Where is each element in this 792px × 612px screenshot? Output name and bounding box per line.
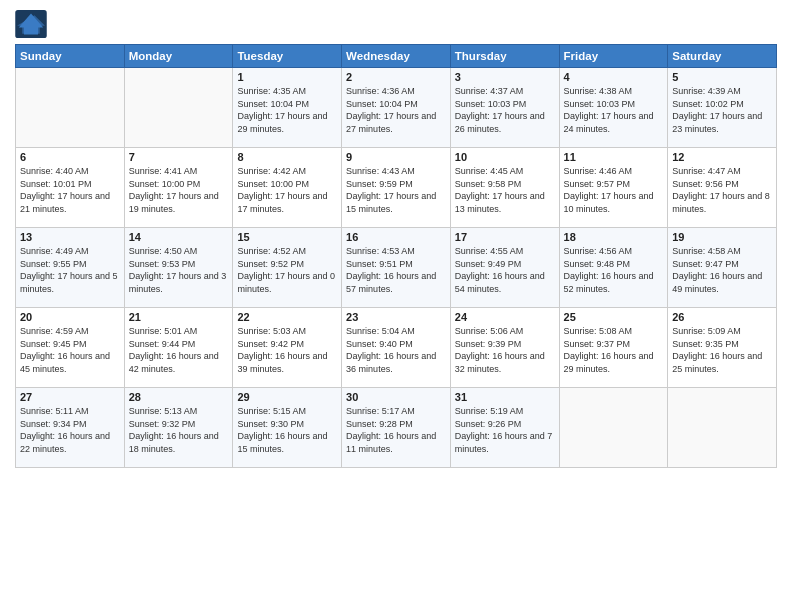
day-number: 29 — [237, 391, 337, 403]
week-row-4: 20Sunrise: 4:59 AM Sunset: 9:45 PM Dayli… — [16, 308, 777, 388]
day-number: 21 — [129, 311, 229, 323]
day-info: Sunrise: 5:04 AM Sunset: 9:40 PM Dayligh… — [346, 325, 446, 375]
day-cell: 19Sunrise: 4:58 AM Sunset: 9:47 PM Dayli… — [668, 228, 777, 308]
day-cell: 28Sunrise: 5:13 AM Sunset: 9:32 PM Dayli… — [124, 388, 233, 468]
day-number: 23 — [346, 311, 446, 323]
day-number: 30 — [346, 391, 446, 403]
day-info: Sunrise: 5:13 AM Sunset: 9:32 PM Dayligh… — [129, 405, 229, 455]
day-info: Sunrise: 4:59 AM Sunset: 9:45 PM Dayligh… — [20, 325, 120, 375]
day-cell: 1Sunrise: 4:35 AM Sunset: 10:04 PM Dayli… — [233, 68, 342, 148]
day-cell: 4Sunrise: 4:38 AM Sunset: 10:03 PM Dayli… — [559, 68, 668, 148]
day-info: Sunrise: 4:56 AM Sunset: 9:48 PM Dayligh… — [564, 245, 664, 295]
day-cell: 26Sunrise: 5:09 AM Sunset: 9:35 PM Dayli… — [668, 308, 777, 388]
week-row-3: 13Sunrise: 4:49 AM Sunset: 9:55 PM Dayli… — [16, 228, 777, 308]
day-number: 10 — [455, 151, 555, 163]
week-row-5: 27Sunrise: 5:11 AM Sunset: 9:34 PM Dayli… — [16, 388, 777, 468]
day-info: Sunrise: 4:53 AM Sunset: 9:51 PM Dayligh… — [346, 245, 446, 295]
col-header-friday: Friday — [559, 45, 668, 68]
day-number: 2 — [346, 71, 446, 83]
day-cell: 3Sunrise: 4:37 AM Sunset: 10:03 PM Dayli… — [450, 68, 559, 148]
col-header-saturday: Saturday — [668, 45, 777, 68]
week-row-2: 6Sunrise: 4:40 AM Sunset: 10:01 PM Dayli… — [16, 148, 777, 228]
day-info: Sunrise: 5:11 AM Sunset: 9:34 PM Dayligh… — [20, 405, 120, 455]
day-info: Sunrise: 4:43 AM Sunset: 9:59 PM Dayligh… — [346, 165, 446, 215]
header-row: SundayMondayTuesdayWednesdayThursdayFrid… — [16, 45, 777, 68]
day-cell — [559, 388, 668, 468]
day-info: Sunrise: 4:55 AM Sunset: 9:49 PM Dayligh… — [455, 245, 555, 295]
header — [15, 10, 777, 38]
col-header-sunday: Sunday — [16, 45, 125, 68]
day-number: 18 — [564, 231, 664, 243]
day-number: 1 — [237, 71, 337, 83]
day-info: Sunrise: 4:42 AM Sunset: 10:00 PM Daylig… — [237, 165, 337, 215]
day-cell: 16Sunrise: 4:53 AM Sunset: 9:51 PM Dayli… — [342, 228, 451, 308]
day-number: 13 — [20, 231, 120, 243]
day-cell — [124, 68, 233, 148]
day-cell: 29Sunrise: 5:15 AM Sunset: 9:30 PM Dayli… — [233, 388, 342, 468]
day-cell: 12Sunrise: 4:47 AM Sunset: 9:56 PM Dayli… — [668, 148, 777, 228]
day-cell: 23Sunrise: 5:04 AM Sunset: 9:40 PM Dayli… — [342, 308, 451, 388]
day-cell: 14Sunrise: 4:50 AM Sunset: 9:53 PM Dayli… — [124, 228, 233, 308]
col-header-tuesday: Tuesday — [233, 45, 342, 68]
day-info: Sunrise: 4:37 AM Sunset: 10:03 PM Daylig… — [455, 85, 555, 135]
day-info: Sunrise: 4:38 AM Sunset: 10:03 PM Daylig… — [564, 85, 664, 135]
day-info: Sunrise: 4:58 AM Sunset: 9:47 PM Dayligh… — [672, 245, 772, 295]
day-number: 7 — [129, 151, 229, 163]
day-info: Sunrise: 4:39 AM Sunset: 10:02 PM Daylig… — [672, 85, 772, 135]
day-cell: 11Sunrise: 4:46 AM Sunset: 9:57 PM Dayli… — [559, 148, 668, 228]
day-cell: 2Sunrise: 4:36 AM Sunset: 10:04 PM Dayli… — [342, 68, 451, 148]
day-cell — [668, 388, 777, 468]
day-info: Sunrise: 4:47 AM Sunset: 9:56 PM Dayligh… — [672, 165, 772, 215]
day-cell: 13Sunrise: 4:49 AM Sunset: 9:55 PM Dayli… — [16, 228, 125, 308]
week-row-1: 1Sunrise: 4:35 AM Sunset: 10:04 PM Dayli… — [16, 68, 777, 148]
day-number: 17 — [455, 231, 555, 243]
day-cell: 31Sunrise: 5:19 AM Sunset: 9:26 PM Dayli… — [450, 388, 559, 468]
day-info: Sunrise: 4:40 AM Sunset: 10:01 PM Daylig… — [20, 165, 120, 215]
day-number: 15 — [237, 231, 337, 243]
page: SundayMondayTuesdayWednesdayThursdayFrid… — [0, 0, 792, 612]
day-info: Sunrise: 4:50 AM Sunset: 9:53 PM Dayligh… — [129, 245, 229, 295]
day-number: 6 — [20, 151, 120, 163]
day-info: Sunrise: 4:36 AM Sunset: 10:04 PM Daylig… — [346, 85, 446, 135]
day-cell: 20Sunrise: 4:59 AM Sunset: 9:45 PM Dayli… — [16, 308, 125, 388]
day-cell: 7Sunrise: 4:41 AM Sunset: 10:00 PM Dayli… — [124, 148, 233, 228]
day-number: 31 — [455, 391, 555, 403]
day-info: Sunrise: 4:35 AM Sunset: 10:04 PM Daylig… — [237, 85, 337, 135]
day-info: Sunrise: 5:06 AM Sunset: 9:39 PM Dayligh… — [455, 325, 555, 375]
day-cell: 10Sunrise: 4:45 AM Sunset: 9:58 PM Dayli… — [450, 148, 559, 228]
day-cell: 9Sunrise: 4:43 AM Sunset: 9:59 PM Daylig… — [342, 148, 451, 228]
day-info: Sunrise: 5:01 AM Sunset: 9:44 PM Dayligh… — [129, 325, 229, 375]
day-number: 14 — [129, 231, 229, 243]
day-number: 8 — [237, 151, 337, 163]
day-info: Sunrise: 4:46 AM Sunset: 9:57 PM Dayligh… — [564, 165, 664, 215]
day-number: 4 — [564, 71, 664, 83]
day-number: 16 — [346, 231, 446, 243]
day-number: 24 — [455, 311, 555, 323]
day-info: Sunrise: 4:45 AM Sunset: 9:58 PM Dayligh… — [455, 165, 555, 215]
day-number: 26 — [672, 311, 772, 323]
day-cell: 15Sunrise: 4:52 AM Sunset: 9:52 PM Dayli… — [233, 228, 342, 308]
col-header-monday: Monday — [124, 45, 233, 68]
calendar-table: SundayMondayTuesdayWednesdayThursdayFrid… — [15, 44, 777, 468]
day-number: 20 — [20, 311, 120, 323]
day-info: Sunrise: 5:08 AM Sunset: 9:37 PM Dayligh… — [564, 325, 664, 375]
day-info: Sunrise: 5:17 AM Sunset: 9:28 PM Dayligh… — [346, 405, 446, 455]
day-number: 28 — [129, 391, 229, 403]
day-number: 12 — [672, 151, 772, 163]
day-number: 19 — [672, 231, 772, 243]
day-info: Sunrise: 4:41 AM Sunset: 10:00 PM Daylig… — [129, 165, 229, 215]
day-info: Sunrise: 4:49 AM Sunset: 9:55 PM Dayligh… — [20, 245, 120, 295]
day-cell: 22Sunrise: 5:03 AM Sunset: 9:42 PM Dayli… — [233, 308, 342, 388]
day-cell: 25Sunrise: 5:08 AM Sunset: 9:37 PM Dayli… — [559, 308, 668, 388]
day-cell: 5Sunrise: 4:39 AM Sunset: 10:02 PM Dayli… — [668, 68, 777, 148]
day-info: Sunrise: 5:03 AM Sunset: 9:42 PM Dayligh… — [237, 325, 337, 375]
day-info: Sunrise: 5:09 AM Sunset: 9:35 PM Dayligh… — [672, 325, 772, 375]
day-cell: 30Sunrise: 5:17 AM Sunset: 9:28 PM Dayli… — [342, 388, 451, 468]
day-cell: 8Sunrise: 4:42 AM Sunset: 10:00 PM Dayli… — [233, 148, 342, 228]
logo-icon — [15, 10, 47, 38]
day-number: 25 — [564, 311, 664, 323]
day-number: 11 — [564, 151, 664, 163]
day-info: Sunrise: 5:15 AM Sunset: 9:30 PM Dayligh… — [237, 405, 337, 455]
day-cell: 21Sunrise: 5:01 AM Sunset: 9:44 PM Dayli… — [124, 308, 233, 388]
col-header-thursday: Thursday — [450, 45, 559, 68]
